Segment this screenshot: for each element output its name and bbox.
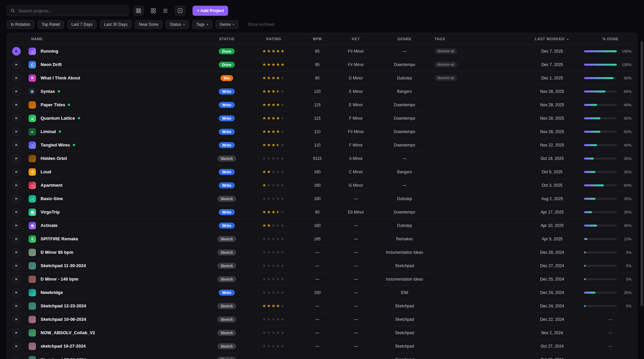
play-button[interactable]: ▶ [12,194,21,203]
column-header-name[interactable]: NAME [26,37,205,41]
rating-stars[interactable]: ★★★★★ [249,210,299,215]
rating-stars[interactable]: ★★★★★ [249,263,299,268]
project-row[interactable]: ▶ Sketchpad 11-30-2024 Sketch ★★★★★ — — … [7,259,637,273]
rating-stars[interactable]: ★★★★★ [249,129,299,134]
rating-stars[interactable]: ★★★★★ [249,62,299,67]
project-row[interactable]: ▶ D Minor 85 bpm Sketch ★★★★★ — — Instum… [7,246,637,259]
play-button[interactable]: ▶ [12,248,21,257]
project-name[interactable]: SPITFIRE Remake [41,236,78,241]
tags-dropdown[interactable]: Tags ▾ [192,20,212,29]
project-name[interactable]: Paper Tides [41,102,65,107]
play-button[interactable]: ▶ [12,328,21,337]
project-row[interactable]: ▶ Newbridge Write ★★★★★ 150 — IDM Dec 24… [7,286,637,299]
project-name[interactable]: VirgoTrip [41,210,60,215]
rating-stars[interactable]: ★★★★★ [249,223,299,228]
play-button[interactable]: ▶ [12,302,21,310]
play-button[interactable]: ▶ [12,221,21,230]
rating-stars[interactable]: ★★★★★ [249,250,299,255]
rating-stars[interactable]: ★★★★★ [249,330,299,335]
genre-dropdown[interactable]: Genre ▾ [216,20,238,29]
column-header-done[interactable]: % DONE [584,37,637,41]
filter-chip-last-30-days[interactable]: Last 30 Days [100,20,131,29]
add-project-button[interactable]: + Add Project [193,6,228,16]
play-button[interactable]: ▶ [12,355,21,359]
rating-stars[interactable]: ★★★★★ [249,169,299,174]
rating-stars[interactable]: ★★★★★ [249,290,299,295]
project-row[interactable]: ▶ ★ What I Think About Mix ★★★★★ 80 D Mi… [7,71,637,85]
rating-stars[interactable]: ★★★★★ [249,89,299,94]
play-button[interactable]: ▶ [12,154,21,163]
rating-stars[interactable]: ★★★★★ [249,183,299,188]
project-row[interactable]: ▶ ▲ Quantum Lattice Write ★★★★★ 115 F Mi… [7,112,637,125]
filter-chip-top-rated[interactable]: Top Rated [38,20,64,29]
project-name[interactable]: Neon Drift [41,62,62,67]
rating-stars[interactable]: ★★★★★ [249,49,299,54]
play-button[interactable]: ▶ [12,74,21,82]
project-row[interactable]: ▶ Hidden Orbit Sketch ★★★★★ 9115 A Minor… [7,152,637,165]
project-name[interactable]: Apartment [41,183,62,188]
queue-button[interactable] [175,6,185,16]
project-row[interactable]: ▶ Sketchpad 10-06-2024 Sketch ★★★★★ — — … [7,313,637,326]
project-name[interactable]: Running [41,49,58,54]
column-header-status[interactable]: STATUS [205,37,249,41]
play-button[interactable]: ▶ [12,60,21,69]
play-button[interactable]: ▶ [12,275,21,284]
play-button[interactable]: ▶ [12,208,21,217]
rating-stars[interactable]: ★★★★★ [249,142,299,147]
project-name[interactable]: Newbridge [41,290,63,295]
play-button[interactable]: ▶ [12,342,21,351]
project-row[interactable]: ▶ ♪ Running Done ★★★★★ 85 F# Minor — dis… [7,45,637,58]
rating-stars[interactable]: ★★★★★ [249,102,299,107]
rating-stars[interactable]: ★★★★★ [249,303,299,308]
filter-chip-in-rotation[interactable]: In Rotation [7,20,34,29]
project-name[interactable]: D Minor - 140 bpm [41,277,78,282]
status-dropdown[interactable]: Status ▾ [166,20,189,29]
play-button[interactable]: ▶ [12,101,21,109]
rating-stars[interactable]: ★★★★★ [249,156,299,161]
rating-stars[interactable]: ★★★★★ [249,75,299,80]
play-button[interactable]: ▶ [12,261,21,270]
project-row[interactable]: ▶ sketchpad 10-27-2024 Sketch ★★★★★ — — … [7,340,637,353]
project-row[interactable]: ▶ NOW_ABSOLV_Collab_V2 Sketch ★★★★★ — — … [7,326,637,340]
project-row[interactable]: ▶ ♪ Tangled Wires Write ★★★★★ 110 F Mino… [7,138,637,152]
play-button[interactable]: ▶ [12,87,21,96]
play-button[interactable]: ▶ [12,288,21,297]
project-row[interactable]: ▶ ~ Basic-Sine Sketch ★★★★★ 160 — Dubste… [7,192,637,205]
play-button[interactable]: ▶ [12,181,21,190]
project-name[interactable]: Quantum Lattice [41,116,75,121]
project-name[interactable]: sketchpad 10-27-2024 [41,344,86,349]
project-row[interactable]: ▶ ◆ Activate Write ★★★★★ 160 — Dubstep A… [7,219,637,232]
project-name[interactable]: What I Think About [41,75,80,80]
project-name[interactable]: Hidden Orbit [41,156,67,161]
column-header-rating[interactable]: RATING [249,37,299,41]
project-name[interactable]: Sketchpad 11-30-2024 [41,263,86,268]
project-name[interactable]: Sketchpad 12-23-2024 [41,303,86,308]
project-row[interactable]: ▶ Sketchpad 12-23-2024 Sketch ★★★★★ — — … [7,299,637,313]
play-button[interactable]: ▶ [12,315,21,324]
project-name[interactable]: Basic-Sine [41,196,63,201]
show-archived-toggle[interactable]: Show Archived [244,20,278,29]
project-name[interactable]: Liminal [41,129,56,134]
project-name[interactable]: D Minor 85 bpm [41,250,73,255]
grid-view-button[interactable] [148,6,158,16]
project-row[interactable]: ▶ D Minor - 140 bpm Sketch ★★★★★ — — Ins… [7,273,637,286]
search-box[interactable] [7,5,129,16]
rating-stars[interactable]: ★★★★★ [249,344,299,349]
column-header-bpm[interactable]: BPM [299,37,336,41]
project-row[interactable]: ▶ ‖ SPITFIRE Remake Sketch ★★★★★ 165 — R… [7,232,637,246]
scrollbar-thumb[interactable] [641,41,643,306]
rating-stars[interactable]: ★★★★★ [249,317,299,322]
filter-chip-near-done[interactable]: Near Done [135,20,162,29]
project-name[interactable]: Activate [41,223,58,228]
rating-stars[interactable]: ★★★★★ [249,236,299,241]
play-button[interactable]: ▶ [12,168,21,176]
project-name[interactable]: Tangled Wires [41,142,70,147]
project-name[interactable]: Loud [41,169,51,174]
play-button[interactable]: ▶ [12,235,21,243]
play-button[interactable]: ▶ [12,47,21,56]
column-header-last-worked[interactable]: LAST WORKED ⌄ [520,37,584,41]
play-button[interactable]: ▶ [12,127,21,136]
rating-stars[interactable]: ★★★★★ [249,116,299,121]
project-row[interactable]: ▶ ◉ VirgoTrip Write ★★★★★ 90 Eb Minor Do… [7,205,637,219]
project-row[interactable]: ▶ Sketchpad 07-20-2024 Sketch ★★★★★ — — … [7,353,637,359]
